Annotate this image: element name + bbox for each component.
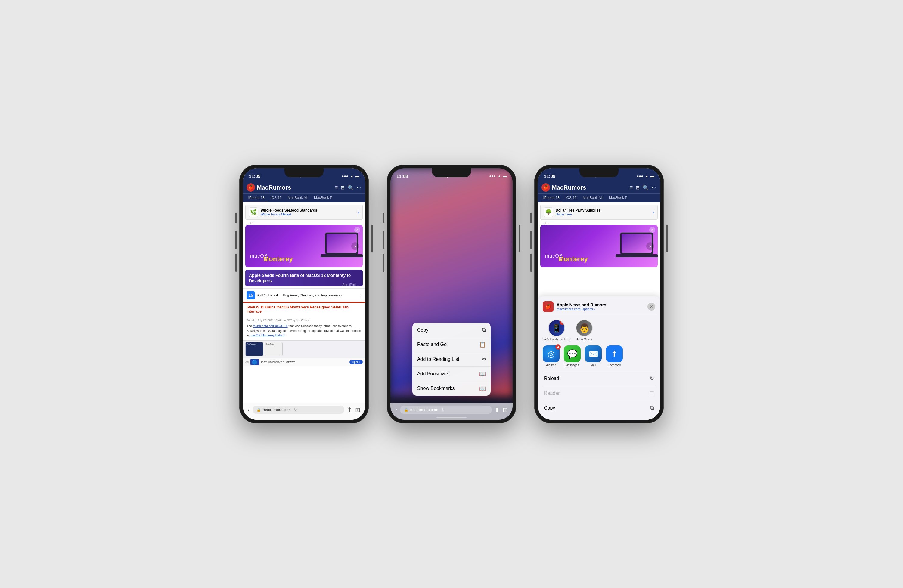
copy-sheet-label: Copy: [544, 406, 555, 411]
context-menu: Copy ⧉ Paste and Go 📋 Add to Reading Lis…: [412, 323, 491, 396]
sheet-action-reader[interactable]: Reader ☰: [543, 386, 655, 401]
open-button[interactable]: Open ›: [349, 360, 363, 364]
mute-button-3[interactable]: [530, 213, 532, 223]
nav-tabs-1: iPhone 13 iOS 15 MacBook Air MacBook P: [243, 193, 365, 202]
reload-icon-1[interactable]: ↻: [294, 407, 297, 412]
logo-area-3[interactable]: 🍎 MacRumors: [541, 183, 586, 192]
volume-up-button[interactable]: [235, 231, 237, 249]
power-button-2[interactable]: [519, 225, 521, 252]
time-display: 11:05: [249, 174, 260, 179]
thumbnail-strip: MacRumors Start Page: [243, 340, 365, 357]
tab-iphone13-3[interactable]: iPhone 13: [540, 194, 563, 202]
tab-ios15[interactable]: iOS 15: [267, 194, 285, 202]
copy-icon: ⧉: [482, 327, 486, 333]
menu-add-bookmark[interactable]: Add Bookmark 📖: [412, 366, 491, 381]
person-item-ipad[interactable]: 📱 4 Juli's Fresh iPad Pro: [543, 319, 570, 341]
power-button-3[interactable]: [666, 225, 668, 252]
bookmark-icon: 📖: [479, 370, 486, 377]
back-button-2[interactable]: ‹: [395, 406, 397, 413]
menu-icon-3[interactable]: ≡: [630, 185, 633, 190]
hero-arrow-1[interactable]: ›: [351, 242, 359, 250]
person-avatar-ipad: 📱 4: [548, 319, 565, 336]
person-item-john[interactable]: 👨 John Clover: [574, 319, 595, 341]
tab-iphone13[interactable]: iPhone 13: [245, 194, 267, 202]
red-article-1[interactable]: iPadOS 15 Gains macOS Monterey's Redesig…: [243, 302, 365, 316]
menu-reading-list[interactable]: Add to Reading List ∞: [412, 352, 491, 366]
mute-button[interactable]: [235, 213, 237, 223]
news-item-1[interactable]: 15 iOS 15 Beta 4 — Bug Fixes, Changes, a…: [243, 288, 365, 302]
thumbnail-1[interactable]: MacRumors: [245, 342, 263, 356]
tab-icon-3[interactable]: ⊞: [636, 185, 640, 190]
url-bar-1[interactable]: 🔒 macrumors.com ↻: [253, 406, 344, 414]
notch: [285, 168, 324, 177]
bottom-ad-text: Team Collaboration Software: [261, 360, 296, 363]
search-icon[interactable]: 🔍: [348, 185, 354, 190]
share-button-1[interactable]: ⬆: [347, 406, 352, 413]
mute-button-2[interactable]: [382, 213, 384, 223]
volume-down-button[interactable]: [235, 254, 237, 272]
menu-icon[interactable]: ≡: [335, 185, 338, 190]
news-chevron-1: ›: [360, 293, 362, 298]
more-icon[interactable]: ⋯: [357, 185, 362, 190]
share-options-label[interactable]: Options ›: [582, 307, 595, 311]
ad-banner-1[interactable]: 🌿 Whole Foods Seafood Standards Whole Fo…: [245, 204, 363, 220]
article-paragraph-1: The fourth beta of iPadOS 15 that was re…: [247, 324, 362, 338]
article-link-2[interactable]: macOS Monterey Beta 3: [250, 333, 285, 337]
tab-macbook-3[interactable]: MacBook P: [606, 194, 630, 202]
paste-icon: 📋: [479, 341, 486, 348]
url-text-1: macrumors.com: [263, 407, 291, 412]
share-site-icon: 🍎: [543, 301, 554, 312]
tab-macbookair-3[interactable]: MacBook Air: [580, 194, 606, 202]
back-button-1[interactable]: ‹: [248, 406, 250, 413]
tabs-button-1[interactable]: ⊞: [355, 406, 360, 413]
menu-reading-label: Add to Reading List: [417, 357, 459, 362]
article-body-1: Tuesday July 27, 2021 10:47 am PDT by Ju…: [243, 316, 365, 340]
signal-icon: ●●●: [341, 174, 348, 178]
volume-down-button-3[interactable]: [530, 254, 532, 272]
copy-action-icon: ⧉: [650, 405, 654, 411]
tab-ios15-3[interactable]: iOS 15: [563, 194, 580, 202]
app-item-airdrop[interactable]: ◎ 4 AirDrop: [543, 346, 560, 367]
app-item-facebook[interactable]: f Facebook: [606, 346, 623, 367]
ad-subtitle-1: Whole Foods Market: [261, 212, 317, 216]
tab-macbook[interactable]: MacBook P: [311, 194, 335, 202]
url-text-2: macrumors.com: [410, 407, 438, 412]
logo-area[interactable]: 🍎 MacRumors: [247, 183, 291, 192]
article-headline-1[interactable]: Apple Seeds Fourth Beta of macOS 12 Mont…: [245, 270, 363, 286]
app-item-mail[interactable]: ✉️ Mail: [585, 346, 602, 367]
share-close-button[interactable]: ✕: [647, 303, 655, 311]
volume-down-button-2[interactable]: [382, 254, 384, 272]
ad-arrow-icon: ›: [357, 209, 359, 215]
article-link-1[interactable]: fourth beta of iPadOS 15: [253, 324, 288, 328]
sheet-action-copy[interactable]: Copy ⧉: [543, 401, 655, 415]
ad-banner-3[interactable]: 🌳 Dollar Tree Party Supplies Dollar Tree…: [540, 204, 658, 220]
person-avatar-john: 👨: [576, 319, 593, 336]
hero-arrow-3[interactable]: ›: [646, 242, 654, 250]
sheet-action-reload[interactable]: Reload ↻: [543, 371, 655, 386]
volume-up-button-3[interactable]: [530, 231, 532, 249]
volume-up-button-2[interactable]: [382, 231, 384, 249]
tab-icon[interactable]: ⊞: [341, 185, 345, 190]
share-header: 🍎 Apple News and Rumors macrumors.com Op…: [543, 301, 655, 315]
notch-3: [579, 168, 618, 177]
search-icon-3[interactable]: 🔍: [643, 185, 649, 190]
time-display-3: 11:09: [544, 174, 555, 179]
more-icon-3[interactable]: ⋯: [652, 185, 656, 190]
tab-macbookair[interactable]: MacBook Air: [285, 194, 311, 202]
power-button[interactable]: [371, 225, 373, 252]
thumbnail-2[interactable]: Start Page: [264, 342, 283, 356]
hero-banner-3: × macOS Monterey ›: [540, 225, 658, 267]
svg-rect-3: [321, 254, 363, 257]
url-bar-2[interactable]: 🔒 macrumors.com ↻: [400, 406, 492, 414]
ad-title-1: Whole Foods Seafood Standards: [261, 208, 317, 212]
app-item-messages[interactable]: 💬 Messages: [564, 346, 580, 367]
menu-show-bookmarks[interactable]: Show Bookmarks 📖: [412, 381, 491, 396]
messages-icon: 💬: [564, 346, 580, 362]
macrumors-icon-3: 🍎: [541, 183, 550, 192]
menu-paste-go[interactable]: Paste and Go 📋: [412, 337, 491, 352]
share-button-2[interactable]: ⬆: [494, 406, 500, 413]
menu-copy[interactable]: Copy ⧉: [412, 323, 491, 337]
tabs-button-2[interactable]: ⊞: [503, 406, 508, 413]
reload-icon-2[interactable]: ↻: [441, 407, 445, 412]
navbar-1: 🍎 MacRumors ≡ ⊞ 🔍 ⋯: [243, 181, 365, 193]
